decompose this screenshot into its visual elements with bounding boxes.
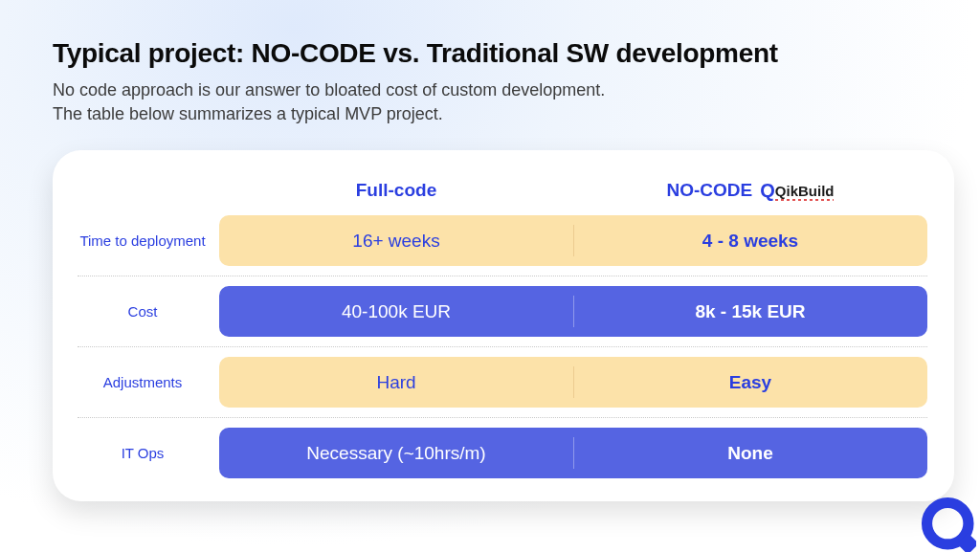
row-label: Time to deployment	[66, 232, 219, 251]
column-header-fullcode: Full-code	[219, 180, 573, 201]
fullcode-value: 40-100k EUR	[219, 301, 573, 322]
comparison-card: Full-code NO-CODE QQikBuild Time to depl…	[53, 150, 954, 501]
table-row: Time to deployment 16+ weeks 4 - 8 weeks	[66, 215, 927, 266]
row-label: Cost	[66, 303, 219, 321]
divider	[78, 276, 927, 276]
qikbuild-logo-icon	[917, 493, 976, 552]
row-values: Necessary (~10hrs/m) None	[219, 428, 927, 478]
fullcode-value: Hard	[219, 372, 573, 393]
brand-text: QikBuild	[775, 183, 835, 199]
nocode-value: 4 - 8 weeks	[573, 231, 927, 252]
table-header-row: Full-code NO-CODE QQikBuild	[66, 167, 927, 213]
row-label: IT Ops	[66, 445, 219, 463]
table-row: Adjustments Hard Easy	[66, 357, 927, 408]
table-row: Cost 40-100k EUR 8k - 15k EUR	[66, 286, 927, 337]
subtitle-line-2: The table below summarizes a typical MVP…	[53, 104, 443, 123]
nocode-value: 8k - 15k EUR	[573, 301, 927, 322]
row-values: Hard Easy	[219, 357, 927, 408]
page-title: Typical project: NO-CODE vs. Traditional…	[53, 38, 927, 69]
subtitle-line-1: No code approach is our answer to bloate…	[53, 80, 605, 99]
table-row: IT Ops Necessary (~10hrs/m) None	[66, 428, 927, 478]
qikbuild-logo-small: QQikBuild	[760, 180, 834, 202]
divider	[78, 346, 927, 347]
row-values: 16+ weeks 4 - 8 weeks	[219, 215, 927, 266]
column-header-nocode: NO-CODE QQikBuild	[573, 180, 927, 202]
q-icon: Q	[760, 180, 775, 202]
nocode-value: Easy	[573, 372, 927, 393]
page-subtitle: No code approach is our answer to bloate…	[53, 78, 927, 126]
divider	[78, 417, 927, 418]
row-values: 40-100k EUR 8k - 15k EUR	[219, 286, 927, 337]
fullcode-value: 16+ weeks	[219, 231, 573, 252]
fullcode-value: Necessary (~10hrs/m)	[219, 443, 573, 464]
svg-point-0	[927, 503, 969, 544]
row-label: Adjustments	[66, 374, 219, 392]
nocode-value: None	[573, 443, 927, 464]
